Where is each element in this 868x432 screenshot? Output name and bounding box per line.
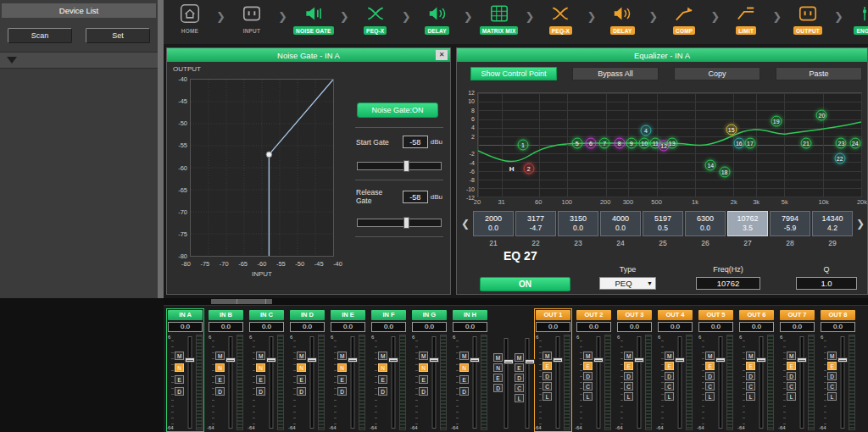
q-input[interactable]: 1.0 — [796, 277, 857, 290]
fader-thumb[interactable] — [756, 357, 766, 363]
eq-control-point-16[interactable]: 16 — [733, 137, 744, 148]
key-e-button[interactable]: E — [215, 375, 225, 384]
key-d-button[interactable]: D — [705, 372, 715, 380]
gain-value-box[interactable]: 0.0 — [698, 322, 733, 332]
key-c-button[interactable]: C — [746, 382, 755, 390]
gain-value-box[interactable]: 0.0 — [331, 322, 365, 332]
fader-thumb[interactable] — [504, 359, 514, 364]
key-d-button[interactable]: D — [583, 372, 593, 380]
channel-label[interactable]: OUT 1 — [536, 310, 570, 320]
eq-control-point-10[interactable]: 10 — [639, 137, 650, 148]
key-d-button[interactable]: D — [256, 387, 265, 396]
key-n-button[interactable]: N — [215, 363, 225, 372]
key-m-button[interactable]: M — [493, 353, 503, 362]
key-e-button[interactable]: E — [459, 375, 469, 384]
gain-value-box[interactable]: 0.0 — [821, 322, 855, 332]
gain-value-box[interactable]: 0.0 — [168, 322, 203, 332]
channel-fader[interactable] — [429, 335, 439, 430]
key-d-button[interactable]: D — [746, 372, 755, 380]
key-m-button[interactable]: M — [459, 352, 469, 360]
eq-control-point-9[interactable]: 9 — [626, 137, 637, 148]
key-e-button[interactable]: E — [515, 363, 524, 372]
eq-control-point-2[interactable]: 2 — [523, 163, 534, 174]
channel-label[interactable]: OUT 7 — [780, 310, 815, 320]
key-e-button[interactable]: E — [787, 362, 796, 370]
channel-fader[interactable] — [525, 336, 530, 430]
slider-thumb[interactable] — [403, 217, 409, 229]
gain-value-box[interactable]: 0.0 — [453, 322, 487, 332]
channel-label[interactable]: IN E — [331, 310, 365, 320]
channel-fader[interactable] — [593, 335, 604, 430]
key-d-button[interactable]: D — [665, 372, 674, 380]
channel-fader[interactable] — [675, 335, 685, 430]
key-e-button[interactable]: E — [337, 375, 347, 384]
sidebar-scrollbar[interactable] — [158, 0, 164, 298]
eq-band-cell-23[interactable]: 31500.0 — [558, 211, 598, 236]
key-c-button[interactable]: C — [705, 382, 715, 390]
key-m-button[interactable]: M — [705, 352, 715, 360]
channel-fader[interactable] — [470, 335, 480, 430]
key-m-button[interactable]: M — [542, 352, 552, 360]
eq-band-cell-28[interactable]: 7994-5.9 — [770, 211, 810, 236]
fader-thumb[interactable] — [553, 357, 563, 363]
key-c-button[interactable]: C — [515, 384, 524, 392]
toolbar-item-input[interactable]: INPUT — [225, 3, 278, 35]
gain-value-box[interactable]: 0.0 — [209, 322, 243, 332]
key-l-button[interactable]: L — [705, 392, 715, 401]
device-tree-toggle[interactable] — [0, 52, 158, 69]
channel-label[interactable]: IN B — [209, 310, 243, 320]
fader-thumb[interactable] — [525, 359, 535, 364]
channel-fader[interactable] — [185, 335, 195, 430]
paste-button[interactable]: Paste — [776, 67, 862, 80]
key-l-button[interactable]: L — [624, 392, 633, 401]
key-l-button[interactable]: L — [542, 392, 552, 401]
key-m-button[interactable]: M — [175, 352, 184, 360]
key-c-button[interactable]: C — [787, 382, 796, 390]
toolbar-item-peq-x-input[interactable]: PEQ-X — [349, 3, 402, 35]
gain-value-box[interactable]: 0.0 — [739, 322, 774, 332]
fader-thumb[interactable] — [266, 357, 276, 363]
eq-band-cell-22[interactable]: 3177-4.7 — [515, 211, 556, 236]
freq-input[interactable]: 10762 — [696, 277, 760, 290]
key-l-button[interactable]: L — [583, 392, 593, 401]
fader-thumb[interactable] — [307, 357, 317, 363]
key-l-button[interactable]: L — [787, 392, 796, 401]
key-e-button[interactable]: E — [705, 362, 715, 370]
key-d-button[interactable]: D — [542, 372, 552, 380]
channel-fader[interactable] — [266, 335, 276, 430]
channel-fader[interactable] — [348, 335, 358, 430]
fader-thumb[interactable] — [470, 357, 480, 363]
key-l-button[interactable]: L — [515, 394, 524, 402]
key-d-button[interactable]: D — [419, 387, 428, 396]
toolbar-item-delay-input[interactable]: DELAY — [411, 3, 464, 35]
fader-thumb[interactable] — [225, 357, 236, 363]
eq-band-on-button[interactable]: ON — [480, 277, 570, 291]
eq-band-cell-25[interactable]: 51970.5 — [643, 211, 683, 236]
key-d-button[interactable]: D — [515, 374, 524, 382]
eq-control-point-1[interactable]: 1 — [517, 140, 528, 151]
channel-fader[interactable] — [797, 335, 807, 430]
scroll-left-icon[interactable]: ❮ — [460, 218, 470, 230]
key-e-button[interactable]: E — [665, 362, 674, 370]
key-n-button[interactable]: N — [256, 363, 265, 372]
channel-fader[interactable] — [388, 335, 398, 430]
key-d-button[interactable]: D — [378, 387, 387, 396]
gain-value-box[interactable]: 0.0 — [780, 322, 815, 332]
fader-thumb[interactable] — [388, 357, 398, 363]
channel-fader[interactable] — [504, 336, 509, 430]
key-e-button[interactable]: E — [419, 375, 428, 384]
channel-label[interactable]: OUT 2 — [576, 310, 611, 320]
fader-thumb[interactable] — [593, 357, 604, 363]
eq-control-point-23[interactable]: 23 — [836, 137, 847, 148]
key-e-button[interactable]: E — [583, 362, 593, 370]
key-m-button[interactable]: M — [515, 353, 524, 362]
eq-control-point-24[interactable]: 24 — [849, 137, 860, 148]
fader-thumb[interactable] — [348, 357, 358, 363]
key-e-button[interactable]: E — [493, 374, 503, 382]
key-e-button[interactable]: E — [542, 362, 552, 370]
fader-thumb[interactable] — [797, 357, 807, 363]
toolbar-item-limit[interactable]: LIMIT — [720, 3, 772, 35]
key-m-button[interactable]: M — [665, 352, 674, 360]
key-e-button[interactable]: E — [378, 375, 387, 384]
equalizer-titlebar[interactable]: Equalizer - IN A — [457, 48, 867, 62]
